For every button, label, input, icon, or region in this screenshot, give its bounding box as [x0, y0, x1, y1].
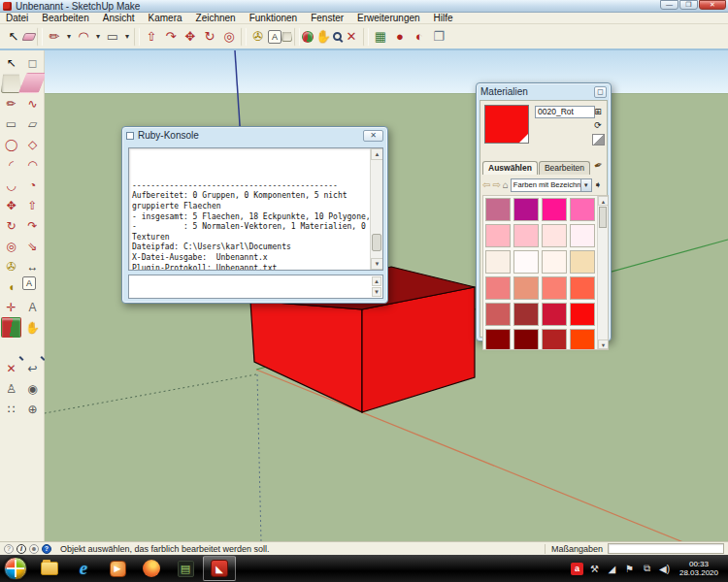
chevron-down-icon[interactable]: ▼ [580, 179, 591, 191]
export-tool[interactable]: ❐ [429, 27, 448, 47]
select-tool[interactable]: ↖ [4, 27, 23, 47]
line-dropdown[interactable]: ▾ [64, 27, 74, 47]
user-circle-icon[interactable]: ☻ [29, 544, 39, 554]
three-point-arc-tool[interactable]: ◡ [1, 175, 21, 195]
collection-dropdown[interactable]: Farben mit Bezeichnu ▼ [511, 178, 592, 192]
tray-volume-icon[interactable]: ◀) [658, 563, 671, 575]
zoom-extents-tool[interactable]: ✕ [1, 358, 21, 378]
text-tool[interactable]: A [22, 276, 36, 290]
look-around-tool[interactable]: ◉ [22, 378, 43, 399]
materials-tab[interactable]: Bearbeiten [539, 161, 590, 175]
materials-panel[interactable]: Materialien ◻ 0020_Rot ⊞ ⟳ AuswählenBear… [476, 82, 612, 341]
position-camera-tool[interactable]: ♙ [1, 378, 21, 399]
menu-item[interactable]: Hilfe [434, 13, 453, 23]
input-scroll-down-icon[interactable]: ▼ [372, 287, 381, 297]
menu-item[interactable]: Ansicht [103, 13, 135, 23]
separator[interactable] [363, 27, 369, 47]
paint-bucket-tool[interactable] [281, 31, 292, 42]
taskbar-sketchup[interactable]: ◣ [203, 556, 236, 581]
default-material-button[interactable] [591, 133, 605, 146]
eraser-tool[interactable] [18, 73, 47, 93]
pie-tool[interactable]: ◔ [22, 175, 43, 195]
color-swatch[interactable] [485, 198, 511, 221]
input-scroll-up-icon[interactable]: ▲ [372, 276, 381, 286]
materials-panel-button[interactable]: ◻ [594, 86, 607, 98]
color-swatch[interactable] [542, 303, 567, 326]
eraser-tool[interactable] [21, 33, 36, 41]
offset-tool[interactable]: ◎ [1, 236, 21, 256]
info-circle-icon[interactable]: i [17, 544, 26, 554]
pan-tool[interactable]: ✋ [314, 27, 333, 47]
material-preview-swatch[interactable] [484, 105, 529, 144]
color-swatch[interactable] [485, 329, 511, 350]
views-tool[interactable]: ▦ [371, 27, 390, 47]
color-swatch[interactable] [570, 303, 595, 326]
circle-tool[interactable]: ◯ [1, 134, 21, 154]
taskbar-explorer[interactable] [33, 556, 66, 581]
separator[interactable] [134, 27, 140, 47]
menu-item[interactable]: Zeichnen [196, 13, 236, 23]
color-swatch[interactable] [542, 224, 567, 247]
minimize-button[interactable]: — [660, 0, 678, 10]
tray-app-icon[interactable]: ◢ [606, 563, 618, 575]
color-swatch[interactable] [513, 276, 539, 300]
tray-network-icon[interactable]: ⧉ [641, 563, 653, 575]
scroll-thumb[interactable] [599, 207, 607, 228]
color-swatch[interactable] [542, 250, 567, 274]
menu-item[interactable]: Kamera [149, 13, 182, 23]
tape-measure-tool[interactable]: ✇ [248, 27, 268, 47]
materials-tab[interactable]: Auswählen [482, 161, 538, 175]
tray-action-center-icon[interactable]: ⚑ [623, 563, 636, 575]
orbit-tool[interactable] [302, 31, 314, 43]
color-swatch[interactable] [485, 303, 511, 326]
polygon-tool[interactable]: ◇ [22, 134, 43, 154]
color-swatch[interactable] [570, 198, 595, 221]
color-swatch[interactable] [485, 250, 511, 274]
separator[interactable] [241, 27, 247, 47]
color-swatch[interactable] [542, 198, 567, 221]
color-swatch[interactable] [513, 329, 539, 350]
details-arrow-icon[interactable]: ➧ [594, 179, 602, 190]
taskbar-internet-explorer[interactable]: e [67, 556, 100, 581]
push-pull-tool[interactable]: ⇧ [22, 195, 43, 215]
arc-tool[interactable]: ◜ [1, 154, 21, 175]
tray-cleaner-icon[interactable]: ⚒ [588, 563, 601, 575]
menu-item[interactable]: Bearbeiten [42, 13, 88, 23]
color-swatch[interactable] [542, 329, 567, 350]
zoom-tool[interactable] [1, 338, 21, 358]
shadows-settings-tool[interactable]: ◐ [410, 27, 429, 47]
taskbar-firefox[interactable] [135, 556, 168, 581]
make-component-tool[interactable]: ◻ [22, 52, 43, 73]
section-plane-tool[interactable]: ⊕ [22, 399, 43, 419]
rectangle-tool[interactable]: ▭ [1, 113, 21, 134]
dimension-tool[interactable]: ↔ [22, 256, 43, 276]
arc-dropdown[interactable]: ▾ [93, 27, 103, 47]
menu-item[interactable]: Funktionen [249, 13, 297, 23]
color-swatch[interactable] [570, 276, 595, 300]
console-scrollbar[interactable]: ▲ ▼ [370, 148, 382, 270]
orbit-tool[interactable] [1, 317, 21, 338]
zoom-extents-tool[interactable]: ✕ [342, 27, 361, 47]
two-point-arc-tool[interactable]: ◠ [22, 154, 43, 175]
move-tool[interactable]: ✥ [181, 27, 200, 47]
taskbar-clock[interactable]: 00:33 28.03.2020 [676, 560, 724, 577]
start-button[interactable] [4, 557, 27, 580]
line-tool[interactable]: ✏ [1, 93, 21, 113]
push-pull-tool[interactable]: ⇧ [142, 27, 161, 47]
color-swatch[interactable] [485, 224, 511, 247]
material-name-field[interactable]: 0020_Rot [535, 106, 595, 118]
rotate-tool[interactable]: ↻ [1, 215, 21, 236]
dimension-tool[interactable]: A [268, 30, 281, 44]
scroll-up-icon[interactable]: ▲ [598, 196, 609, 206]
scroll-down-icon[interactable]: ▼ [371, 258, 383, 270]
scroll-down-icon[interactable]: ▼ [598, 340, 609, 349]
ruby-console-window[interactable]: Ruby-Konsole ✕ -------------------------… [121, 126, 388, 304]
previous-view-tool[interactable]: ↩ [22, 358, 43, 378]
follow-me-tool[interactable]: ↷ [22, 215, 43, 236]
rotated-rectangle-tool[interactable]: ▱ [22, 113, 43, 134]
menu-item[interactable]: Erweiterungen [357, 13, 419, 23]
walk-tool[interactable]: ∷ [1, 399, 21, 419]
separator[interactable] [37, 27, 43, 47]
materials-title-bar[interactable]: Materialien ◻ [477, 83, 611, 100]
secondary-pane-button[interactable]: ⟳ [591, 118, 605, 131]
